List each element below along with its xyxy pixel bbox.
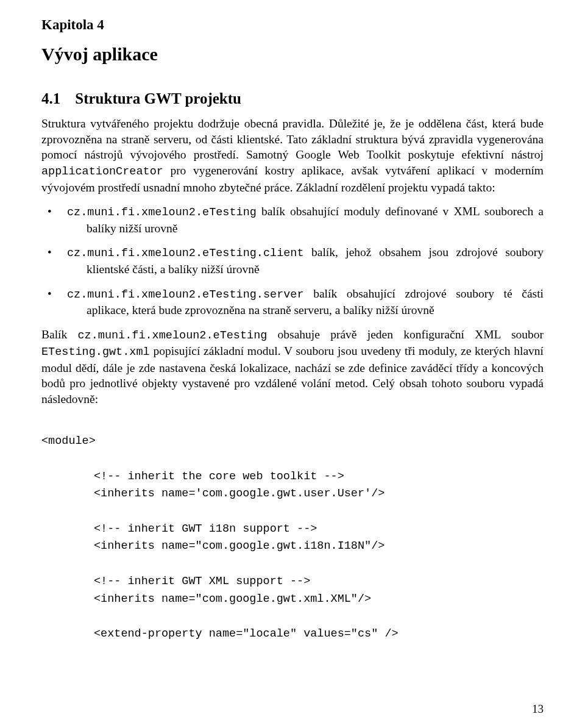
para1-code1: applicationCreator [41, 165, 163, 178]
para2-text1: Balík [41, 328, 78, 341]
page: Kapitola 4 Vývoj aplikace 4.1Struktura G… [0, 0, 585, 728]
bullet-list: cz.muni.fi.xmeloun2.eTesting balík obsah… [41, 204, 544, 318]
page-number: 13 [532, 702, 544, 716]
code-line: <extend-property name="locale" values="c… [41, 627, 399, 640]
code-line: <module> [41, 435, 96, 448]
paragraph-2: Balík cz.muni.fi.xmeloun2.eTesting obsah… [41, 327, 544, 407]
section-heading: 4.1Struktura GWT projektu [41, 90, 544, 107]
chapter-label: Kapitola 4 [41, 17, 544, 33]
code-block: <module> <!-- inherit the core web toolk… [41, 416, 544, 643]
list-item: cz.muni.fi.xmeloun2.eTesting.server balí… [41, 286, 544, 318]
paragraph-1: Struktura vytvářeného projektu dodržuje … [41, 116, 544, 195]
list-item: cz.muni.fi.xmeloun2.eTesting.client balí… [41, 244, 544, 277]
section-title: Struktura GWT projektu [75, 90, 241, 107]
code-line: <!-- inherit GWT i18n support --> [41, 523, 317, 535]
code-line: <inherits name="com.google.gwt.i18n.I18N… [41, 540, 385, 552]
code-line: <inherits name="com.google.gwt.xml.XML"/… [41, 593, 371, 605]
bullet2-code: cz.muni.fi.xmeloun2.eTesting.client [67, 247, 304, 260]
code-line: <inherits name='com.google.gwt.user.User… [41, 487, 385, 500]
chapter-title: Vývoj aplikace [41, 44, 544, 65]
code-line: <!-- inherit the core web toolkit --> [41, 470, 344, 483]
bullet3-code: cz.muni.fi.xmeloun2.eTesting.server [67, 288, 304, 301]
list-item: cz.muni.fi.xmeloun2.eTesting balík obsah… [41, 204, 544, 236]
code-line: <!-- inherit GWT XML support --> [41, 575, 310, 588]
para2-code1: cz.muni.fi.xmeloun2.eTesting [78, 329, 268, 342]
bullet1-code: cz.muni.fi.xmeloun2.eTesting [67, 206, 257, 219]
section-number: 4.1 [41, 90, 60, 107]
para2-code2: ETesting.gwt.xml [41, 346, 150, 359]
para2-text2: obsahuje právě jeden konfigurační XML so… [267, 328, 544, 341]
para1-text1: Struktura vytvářeného projektu dodržuje … [41, 117, 544, 161]
